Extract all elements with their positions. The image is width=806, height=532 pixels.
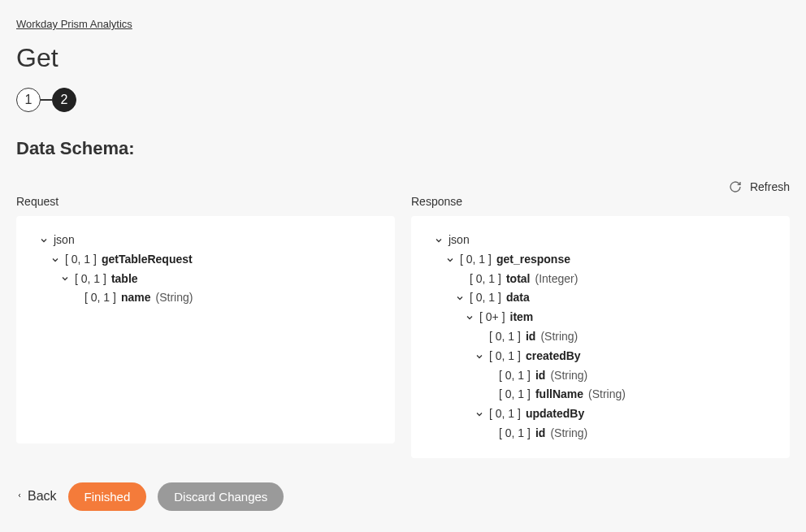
tree-node-getTableRequest[interactable]: [ 0, 1 ] getTableRequest <box>28 250 384 270</box>
finished-button[interactable]: Finished <box>68 482 147 511</box>
request-panel: json [ 0, 1 ] getTableRequest [ 0, 1 ] t… <box>16 216 395 443</box>
chevron-down-icon[interactable] <box>39 236 49 245</box>
tree-node-json[interactable]: json <box>28 231 384 250</box>
tree-node-name[interactable]: [ 0, 1 ] name (String) <box>28 288 384 308</box>
tree-node-json[interactable]: json <box>422 231 778 250</box>
tree-node-createdBy[interactable]: [ 0, 1 ] createdBy <box>422 347 778 366</box>
refresh-button[interactable]: Refresh <box>750 180 790 193</box>
chevron-down-icon[interactable] <box>455 293 465 303</box>
tree-node-total[interactable]: [ 0, 1 ] total (Integer) <box>422 270 778 289</box>
chevron-down-icon[interactable] <box>50 255 60 265</box>
chevron-down-icon[interactable] <box>465 313 474 322</box>
stepper: 1 2 <box>16 88 790 112</box>
tree-node-get_response[interactable]: [ 0, 1 ] get_response <box>422 250 778 270</box>
step-2[interactable]: 2 <box>52 88 76 112</box>
response-panel: json [ 0, 1 ] get_response [ 0, 1 ] tota… <box>411 216 790 458</box>
chevron-down-icon[interactable] <box>474 409 484 419</box>
chevron-down-icon[interactable] <box>60 274 70 283</box>
chevron-down-icon[interactable] <box>445 255 455 265</box>
tree-node-createdBy-id[interactable]: [ 0, 1 ] id (String) <box>422 366 778 386</box>
chevron-down-icon[interactable] <box>474 352 484 361</box>
step-1[interactable]: 1 <box>16 88 41 112</box>
tree-node-updatedBy[interactable]: [ 0, 1 ] updatedBy <box>422 404 778 424</box>
tree-node-data[interactable]: [ 0, 1 ] data <box>422 288 778 308</box>
tree-node-fullName[interactable]: [ 0, 1 ] fullName (String) <box>422 385 778 404</box>
request-heading: Request <box>16 195 395 208</box>
tree-node-updatedBy-id[interactable]: [ 0, 1 ] id (String) <box>422 424 778 443</box>
page-title: Get <box>16 43 790 73</box>
section-title: Data Schema: <box>16 138 790 159</box>
footer-bar: Back Finished Discard Changes <box>16 482 790 511</box>
breadcrumb-link[interactable]: Workday Prism Analytics <box>16 18 132 30</box>
discard-button[interactable]: Discard Changes <box>158 482 284 511</box>
tree-node-table[interactable]: [ 0, 1 ] table <box>28 270 384 289</box>
tree-node-item[interactable]: [ 0+ ] item <box>422 308 778 327</box>
tree-node-id[interactable]: [ 0, 1 ] id (String) <box>422 327 778 347</box>
response-heading: Response <box>411 195 790 208</box>
step-connector <box>41 99 52 101</box>
chevron-down-icon[interactable] <box>434 236 444 245</box>
chevron-left-icon <box>16 489 23 504</box>
refresh-icon[interactable] <box>729 180 742 193</box>
back-button[interactable]: Back <box>16 489 57 504</box>
back-label: Back <box>28 489 57 504</box>
